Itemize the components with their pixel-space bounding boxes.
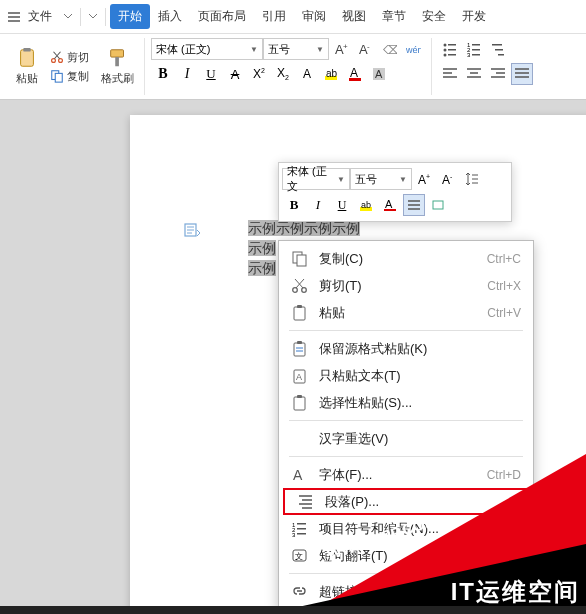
svg-rect-32 (492, 44, 502, 46)
paste-label: 粘贴 (16, 71, 38, 86)
context-menu-item[interactable]: 选择性粘贴(S)... (279, 389, 533, 416)
context-menu-item[interactable]: 文短句翻译(T) (279, 542, 533, 569)
mini-highlight-button[interactable]: ab (355, 194, 377, 216)
highlight-button[interactable]: ab (320, 63, 342, 85)
context-menu-item[interactable]: 保留源格式粘贴(K) (279, 335, 533, 362)
svg-rect-59 (297, 523, 306, 525)
outline-icon[interactable] (184, 222, 200, 238)
file-dropdown-icon[interactable] (63, 12, 73, 22)
separator (289, 330, 523, 331)
svg-rect-61 (297, 528, 306, 530)
bold-button[interactable]: B (152, 63, 174, 85)
svg-text:+: + (426, 173, 430, 180)
clear-format-button[interactable]: ⌫ (378, 38, 400, 60)
context-menu-item[interactable]: 粘贴Ctrl+V (279, 299, 533, 326)
paste-button[interactable]: 粘贴 (12, 45, 42, 88)
underline-button[interactable]: U (200, 63, 222, 85)
mini-shrink-font-button[interactable]: A- (437, 168, 459, 190)
svg-rect-7 (115, 57, 119, 66)
svg-point-3 (59, 59, 63, 63)
svg-text:A: A (350, 66, 358, 80)
context-menu-item[interactable]: A只粘贴文本(T) (279, 362, 533, 389)
font-size-combo[interactable]: 五号▼ (263, 38, 329, 60)
align-center-button[interactable] (463, 63, 485, 85)
change-case-button[interactable]: A (296, 63, 318, 85)
svg-rect-21 (448, 44, 456, 46)
context-menu-item[interactable]: 复制(C)Ctrl+C (279, 245, 533, 272)
mini-insert-button[interactable] (427, 194, 449, 216)
svg-text:文: 文 (295, 552, 303, 561)
cut-button[interactable]: 剪切 (46, 48, 93, 67)
phonetic-button[interactable]: wén (402, 38, 424, 60)
svg-point-48 (302, 287, 307, 292)
strike-button[interactable]: A (224, 63, 246, 85)
svg-text:A: A (375, 68, 383, 80)
tab-insert[interactable]: 插入 (150, 4, 190, 29)
mini-font-color-button[interactable]: A (379, 194, 401, 216)
tab-develop[interactable]: 开发 (454, 4, 494, 29)
chevron-down-icon: ▼ (316, 45, 324, 54)
mini-underline-button[interactable]: U (331, 194, 353, 216)
context-menu-item[interactable]: 123项目符号和编号(N)... (279, 515, 533, 542)
tab-home[interactable]: 开始 (110, 4, 150, 29)
shrink-font-button[interactable]: A- (354, 38, 376, 60)
subscript-button[interactable]: X2 (272, 63, 294, 85)
bullets-button[interactable] (439, 38, 461, 60)
context-menu-item[interactable]: 超链接(I)... (279, 578, 533, 605)
context-menu-item[interactable]: A字体(F)...Ctrl+D (279, 461, 533, 488)
svg-point-2 (52, 59, 56, 63)
svg-rect-6 (110, 50, 123, 57)
svg-rect-34 (498, 54, 504, 56)
svg-text:wén: wén (405, 45, 421, 55)
mini-grow-font-button[interactable]: A+ (413, 168, 435, 190)
mini-line-spacing-button[interactable] (461, 168, 483, 190)
mini-italic-button[interactable]: I (307, 194, 329, 216)
svg-text:ab: ab (361, 200, 371, 210)
tab-references[interactable]: 引用 (254, 4, 294, 29)
svg-text:3: 3 (292, 532, 296, 538)
context-menu-item[interactable]: 剪切(T)Ctrl+X (279, 272, 533, 299)
align-left-button[interactable] (439, 63, 461, 85)
multilevel-button[interactable] (487, 38, 509, 60)
char-shading-button[interactable]: A (368, 63, 390, 85)
undo-dropdown-icon[interactable] (88, 12, 98, 22)
tab-security[interactable]: 安全 (414, 4, 454, 29)
file-menu[interactable]: 文件 (20, 4, 60, 29)
svg-rect-44 (433, 201, 443, 209)
tab-view[interactable]: 视图 (334, 4, 374, 29)
tab-review[interactable]: 审阅 (294, 4, 334, 29)
numbering-button[interactable]: 123 (463, 38, 485, 60)
format-painter-button[interactable]: 格式刷 (97, 45, 138, 88)
superscript-button[interactable]: X2 (248, 63, 270, 85)
font-color-button[interactable]: A (344, 63, 366, 85)
mini-font-size-combo[interactable]: 五号▼ (350, 168, 412, 190)
grow-font-button[interactable]: A+ (330, 38, 352, 60)
svg-text:-: - (450, 173, 453, 180)
tab-page-layout[interactable]: 页面布局 (190, 4, 254, 29)
context-menu-item[interactable]: 汉字重选(V) (279, 425, 533, 452)
tab-chapter[interactable]: 章节 (374, 4, 414, 29)
mini-align-button[interactable] (403, 194, 425, 216)
separator (289, 573, 523, 574)
align-right-button[interactable] (487, 63, 509, 85)
svg-text:⌫: ⌫ (383, 43, 397, 57)
svg-rect-55 (294, 397, 305, 410)
font-group: 宋体 (正文)▼ 五号▼ A+ A- ⌫ wén B I U A X2 X2 A… (145, 38, 432, 95)
hamburger-icon[interactable] (8, 12, 20, 22)
font-name-combo[interactable]: 宋体 (正文)▼ (151, 38, 263, 60)
context-menu-item[interactable]: 段落(P)... (283, 488, 529, 515)
svg-rect-23 (448, 49, 456, 51)
svg-rect-51 (294, 343, 305, 356)
italic-button[interactable]: I (176, 63, 198, 85)
svg-point-22 (444, 49, 447, 52)
svg-rect-49 (294, 307, 305, 320)
mini-font-name-combo[interactable]: 宋体 (正文▼ (282, 168, 350, 190)
align-justify-button[interactable] (511, 63, 533, 85)
svg-text:A: A (418, 173, 426, 186)
svg-text:ab: ab (326, 68, 338, 79)
svg-rect-0 (21, 50, 34, 67)
copy-button[interactable]: 复制 (46, 67, 93, 86)
svg-rect-17 (349, 78, 361, 81)
svg-text:-: - (367, 42, 370, 51)
mini-bold-button[interactable]: B (283, 194, 305, 216)
